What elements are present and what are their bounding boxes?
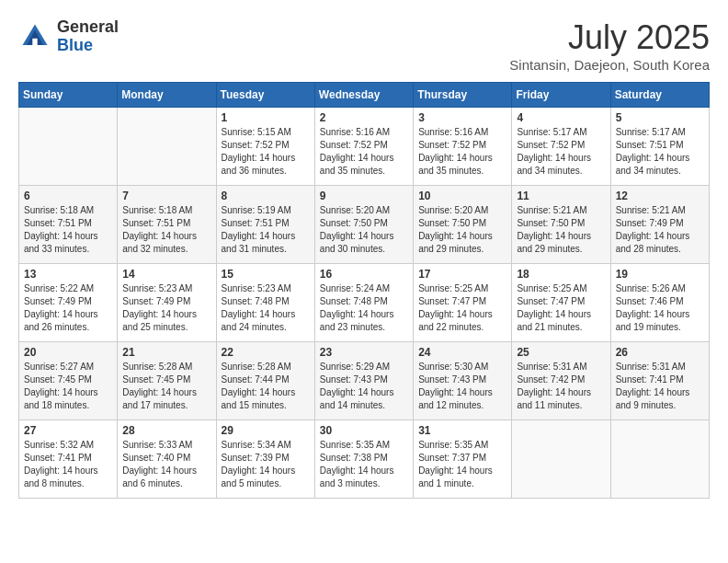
day-info: Sunrise: 5:21 AM Sunset: 7:49 PM Dayligh… [616, 204, 704, 256]
day-info: Sunrise: 5:30 AM Sunset: 7:43 PM Dayligh… [418, 361, 506, 412]
day-number: 2 [320, 111, 408, 124]
day-number: 6 [24, 190, 112, 202]
day-info: Sunrise: 5:26 AM Sunset: 7:46 PM Dayligh… [616, 282, 704, 334]
day-number: 19 [616, 268, 704, 281]
calendar-cell: 21Sunrise: 5:28 AM Sunset: 7:45 PM Dayli… [118, 342, 216, 420]
calendar-cell [118, 108, 216, 186]
day-info: Sunrise: 5:29 AM Sunset: 7:43 PM Dayligh… [320, 361, 408, 412]
calendar-cell [610, 420, 709, 499]
calendar-cell: 7Sunrise: 5:18 AM Sunset: 7:51 PM Daylig… [118, 186, 216, 264]
calendar-week-2: 6Sunrise: 5:18 AM Sunset: 7:51 PM Daylig… [19, 186, 710, 264]
calendar-cell: 9Sunrise: 5:20 AM Sunset: 7:50 PM Daylig… [314, 186, 413, 264]
calendar-cell: 3Sunrise: 5:16 AM Sunset: 7:52 PM Daylig… [414, 108, 512, 186]
day-info: Sunrise: 5:32 AM Sunset: 7:41 PM Dayligh… [24, 439, 112, 490]
weekday-header-wednesday: Wednesday [314, 83, 413, 108]
day-info: Sunrise: 5:16 AM Sunset: 7:52 PM Dayligh… [320, 126, 408, 178]
day-number: 18 [517, 268, 605, 281]
logo-blue-text: Blue [57, 36, 93, 54]
calendar-cell: 10Sunrise: 5:20 AM Sunset: 7:50 PM Dayli… [414, 186, 512, 264]
calendar-cell: 27Sunrise: 5:32 AM Sunset: 7:41 PM Dayli… [19, 420, 118, 499]
page-header: General Blue July 2025 Sintansin, Daejeo… [18, 18, 710, 73]
day-number: 21 [122, 346, 210, 359]
calendar-cell: 6Sunrise: 5:18 AM Sunset: 7:51 PM Daylig… [19, 186, 118, 264]
day-number: 12 [616, 190, 704, 202]
logo-general-text: General [57, 17, 119, 36]
calendar-cell: 20Sunrise: 5:27 AM Sunset: 7:45 PM Dayli… [19, 342, 118, 420]
logo-text: General Blue [57, 18, 119, 55]
day-info: Sunrise: 5:19 AM Sunset: 7:51 PM Dayligh… [222, 204, 310, 256]
calendar-cell [512, 420, 610, 499]
weekday-header-saturday: Saturday [610, 83, 709, 108]
calendar-cell: 18Sunrise: 5:25 AM Sunset: 7:47 PM Dayli… [512, 264, 610, 342]
day-number: 31 [418, 424, 506, 437]
day-number: 13 [24, 268, 112, 281]
day-number: 22 [222, 346, 310, 359]
day-number: 25 [517, 346, 605, 359]
day-info: Sunrise: 5:22 AM Sunset: 7:49 PM Dayligh… [24, 282, 112, 334]
day-number: 4 [517, 111, 605, 124]
day-info: Sunrise: 5:18 AM Sunset: 7:51 PM Dayligh… [24, 204, 112, 256]
calendar-cell: 14Sunrise: 5:23 AM Sunset: 7:49 PM Dayli… [118, 264, 216, 342]
calendar-cell: 17Sunrise: 5:25 AM Sunset: 7:47 PM Dayli… [414, 264, 512, 342]
day-number: 8 [222, 190, 310, 202]
day-number: 23 [320, 346, 408, 359]
calendar-cell: 4Sunrise: 5:17 AM Sunset: 7:52 PM Daylig… [512, 108, 610, 186]
day-info: Sunrise: 5:21 AM Sunset: 7:50 PM Dayligh… [517, 204, 605, 256]
calendar-cell: 30Sunrise: 5:35 AM Sunset: 7:38 PM Dayli… [314, 420, 413, 499]
calendar-cell: 8Sunrise: 5:19 AM Sunset: 7:51 PM Daylig… [216, 186, 314, 264]
day-info: Sunrise: 5:15 AM Sunset: 7:52 PM Dayligh… [222, 126, 310, 178]
day-info: Sunrise: 5:27 AM Sunset: 7:45 PM Dayligh… [24, 361, 112, 412]
calendar-header: SundayMondayTuesdayWednesdayThursdayFrid… [19, 83, 710, 108]
svg-rect-2 [32, 39, 37, 45]
weekday-header-sunday: Sunday [19, 83, 118, 108]
day-info: Sunrise: 5:16 AM Sunset: 7:52 PM Dayligh… [418, 126, 506, 178]
weekday-header-tuesday: Tuesday [216, 83, 314, 108]
day-info: Sunrise: 5:31 AM Sunset: 7:41 PM Dayligh… [616, 361, 704, 412]
calendar-cell: 15Sunrise: 5:23 AM Sunset: 7:48 PM Dayli… [216, 264, 314, 342]
weekday-header-thursday: Thursday [414, 83, 512, 108]
calendar-cell: 13Sunrise: 5:22 AM Sunset: 7:49 PM Dayli… [19, 264, 118, 342]
day-number: 7 [122, 190, 210, 202]
weekday-header-monday: Monday [118, 83, 216, 108]
day-info: Sunrise: 5:18 AM Sunset: 7:51 PM Dayligh… [122, 204, 210, 256]
month-title: July 2025 [509, 18, 710, 57]
day-info: Sunrise: 5:33 AM Sunset: 7:40 PM Dayligh… [122, 439, 210, 490]
day-number: 17 [418, 268, 506, 281]
weekday-header-row: SundayMondayTuesdayWednesdayThursdayFrid… [19, 83, 710, 108]
day-number: 29 [222, 424, 310, 437]
calendar-cell: 16Sunrise: 5:24 AM Sunset: 7:48 PM Dayli… [314, 264, 413, 342]
calendar-cell: 26Sunrise: 5:31 AM Sunset: 7:41 PM Dayli… [610, 342, 709, 420]
day-info: Sunrise: 5:28 AM Sunset: 7:45 PM Dayligh… [122, 361, 210, 412]
day-number: 1 [222, 111, 310, 124]
calendar-cell [19, 108, 118, 186]
calendar-cell: 2Sunrise: 5:16 AM Sunset: 7:52 PM Daylig… [314, 108, 413, 186]
calendar-cell: 24Sunrise: 5:30 AM Sunset: 7:43 PM Dayli… [414, 342, 512, 420]
day-info: Sunrise: 5:25 AM Sunset: 7:47 PM Dayligh… [418, 282, 506, 334]
day-number: 16 [320, 268, 408, 281]
calendar-cell: 1Sunrise: 5:15 AM Sunset: 7:52 PM Daylig… [216, 108, 314, 186]
day-info: Sunrise: 5:23 AM Sunset: 7:49 PM Dayligh… [122, 282, 210, 334]
day-number: 27 [24, 424, 112, 437]
logo-icon [18, 20, 51, 53]
day-number: 30 [320, 424, 408, 437]
day-number: 9 [320, 190, 408, 202]
day-info: Sunrise: 5:31 AM Sunset: 7:42 PM Dayligh… [517, 361, 605, 412]
day-number: 28 [122, 424, 210, 437]
calendar-cell: 25Sunrise: 5:31 AM Sunset: 7:42 PM Dayli… [512, 342, 610, 420]
calendar-cell: 28Sunrise: 5:33 AM Sunset: 7:40 PM Dayli… [118, 420, 216, 499]
day-info: Sunrise: 5:35 AM Sunset: 7:37 PM Dayligh… [418, 439, 506, 490]
calendar-week-1: 1Sunrise: 5:15 AM Sunset: 7:52 PM Daylig… [19, 108, 710, 186]
calendar-cell: 19Sunrise: 5:26 AM Sunset: 7:46 PM Dayli… [610, 264, 709, 342]
calendar-cell: 22Sunrise: 5:28 AM Sunset: 7:44 PM Dayli… [216, 342, 314, 420]
day-info: Sunrise: 5:28 AM Sunset: 7:44 PM Dayligh… [222, 361, 310, 412]
day-number: 26 [616, 346, 704, 359]
day-info: Sunrise: 5:23 AM Sunset: 7:48 PM Dayligh… [222, 282, 310, 334]
calendar-week-4: 20Sunrise: 5:27 AM Sunset: 7:45 PM Dayli… [19, 342, 710, 420]
day-info: Sunrise: 5:17 AM Sunset: 7:52 PM Dayligh… [517, 126, 605, 178]
day-info: Sunrise: 5:34 AM Sunset: 7:39 PM Dayligh… [222, 439, 310, 490]
day-info: Sunrise: 5:20 AM Sunset: 7:50 PM Dayligh… [418, 204, 506, 256]
weekday-header-friday: Friday [512, 83, 610, 108]
day-number: 24 [418, 346, 506, 359]
day-number: 20 [24, 346, 112, 359]
calendar-week-3: 13Sunrise: 5:22 AM Sunset: 7:49 PM Dayli… [19, 264, 710, 342]
